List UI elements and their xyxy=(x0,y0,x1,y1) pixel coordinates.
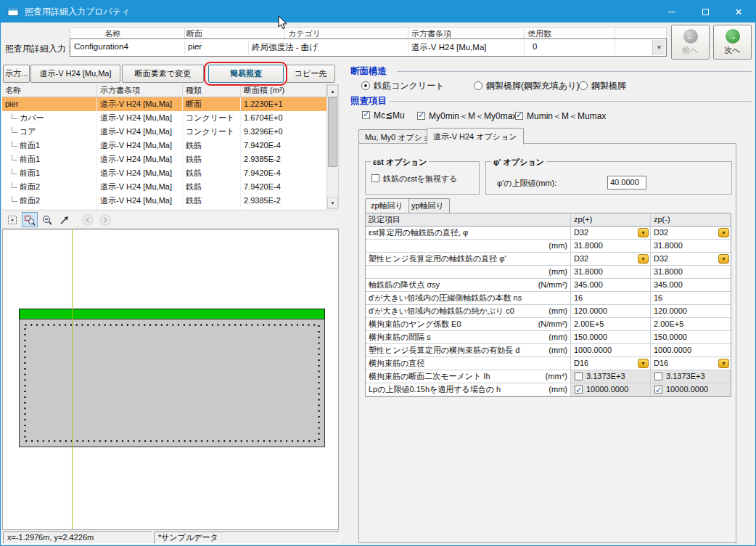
col-clause[interactable]: 示方書条項 xyxy=(97,84,183,97)
check-mc-mu[interactable]: Mc≦Mu xyxy=(361,110,405,121)
button-douji-v-h24[interactable]: 道示-V H24 [Mu,Ma] xyxy=(30,65,120,83)
checkbox-unchecked xyxy=(371,174,379,182)
setting-value-cell[interactable]: 31.8000 xyxy=(571,240,651,253)
setting-value-cell[interactable]: 120.0000 xyxy=(571,305,651,318)
combo-dropdown-button[interactable]: ▼ xyxy=(652,40,665,55)
next-button[interactable]: → 次へ xyxy=(713,25,752,60)
setting-value-cell[interactable]: 150.0000 xyxy=(651,331,731,344)
setting-dropdown-cell[interactable]: D32▼ xyxy=(571,253,651,266)
table-row[interactable]: 前面2道示-V H24 [Mu,Ma]鉄筋7.9420E-4 xyxy=(2,208,326,209)
setting-value-cell[interactable]: 3.1373E+3 xyxy=(651,370,731,383)
check-my0[interactable]: My0min＜M＜My0max xyxy=(416,110,517,123)
measure-tool-button[interactable] xyxy=(57,212,73,227)
select-tool-button[interactable] xyxy=(4,212,20,227)
titlebar[interactable]: 照査用詳細入力プロパティ ✕ xyxy=(1,1,755,23)
button-simple-check[interactable]: 簡易照査 xyxy=(208,65,284,83)
setting-label: Lpの上限値0.15hを適用する場合の h(mm) xyxy=(366,383,571,396)
radio-rc[interactable]: 鉄筋コンクリート xyxy=(361,80,444,92)
table-row[interactable]: 前面2道示-V H24 [Mu,Ma]鉄筋2.9385E-2 xyxy=(2,194,326,208)
table-row[interactable]: コア道示-V H24 [Mu,Ma]コンクリート9.3296E+0 xyxy=(2,125,326,139)
status-coordinates: x=-1.2976m, y=2.4226m xyxy=(3,531,152,544)
col-name[interactable]: 名称 xyxy=(2,84,97,97)
table-row[interactable]: 前面1道示-V H24 [Mu,Ma]鉄筋7.9420E-4 xyxy=(2,166,326,180)
settings-row: 横拘束筋の直径D16▼D16▼ xyxy=(366,357,731,370)
combo-label: 照査用詳細入力 : xyxy=(5,43,71,55)
table-row[interactable]: 前面1道示-V H24 [Mu,Ma]鉄筋7.9420E-4 xyxy=(2,139,326,152)
phi-limit-input[interactable]: 40.0000 xyxy=(607,176,646,190)
setting-dropdown-cell[interactable]: D32▼ xyxy=(651,253,731,266)
table-row[interactable]: カバー道示-V H24 [Mu,Ma]コンクリート1.6704E+0 xyxy=(2,111,326,125)
button-change-by-section-element[interactable]: 断面要素で変更 xyxy=(122,65,204,83)
section-structure-title: 断面構造 xyxy=(350,65,387,78)
setting-value-cell[interactable]: 3.1373E+3 xyxy=(571,370,651,383)
tab-douji-v-h24-options[interactable]: 道示-V H24 オプション xyxy=(427,128,524,144)
configuration-combobox[interactable]: Configuration4 pier 終局強度法 - 曲げ 道示-V H24 … xyxy=(70,38,667,57)
setting-value-cell[interactable]: 31.8000 xyxy=(571,266,651,279)
zoom-out-button[interactable] xyxy=(39,212,55,227)
tab-yp-axis[interactable]: yp軸回り xyxy=(406,198,450,213)
table-row[interactable]: pier道示-V H24 [Mu,Ma]断面1.2230E+1 xyxy=(2,97,326,111)
setting-value-cell[interactable]: 150.0000 xyxy=(571,331,651,344)
prev-button[interactable]: ← 前へ xyxy=(671,25,710,60)
setting-dropdown-cell[interactable]: D32▼ xyxy=(571,227,651,240)
checkbox-checked[interactable] xyxy=(575,386,583,394)
table-row[interactable]: 前面1道示-V H24 [Mu,Ma]鉄筋2.9385E-2 xyxy=(2,152,326,166)
setting-value-cell[interactable]: 16 xyxy=(571,292,651,305)
setting-value-cell[interactable]: 10000.0000 xyxy=(651,383,731,396)
check-ignore-est[interactable]: 鉄筋のεstを無視する xyxy=(371,174,458,184)
dropdown-button[interactable]: ▼ xyxy=(718,359,729,368)
radio-steel[interactable]: 鋼製橋脚 xyxy=(579,80,626,92)
setting-unit: (mm) xyxy=(548,344,567,356)
radio-steel-filled-label: 鋼製橋脚(鋼製充填あり) xyxy=(486,81,580,91)
setting-value-cell[interactable]: 1000.0000 xyxy=(571,344,651,357)
radio-steel-label: 鋼製橋脚 xyxy=(591,81,626,91)
button-shihou[interactable]: 示方... xyxy=(3,65,30,83)
scroll-up-icon[interactable]: ▲ xyxy=(327,85,338,97)
cell-area: 1.2230E+1 xyxy=(241,97,326,111)
setting-dropdown-cell[interactable]: D16▼ xyxy=(651,357,731,370)
tab-zp-axis[interactable]: zp軸回り xyxy=(365,198,409,213)
maximize-button[interactable] xyxy=(689,1,722,23)
setting-value-cell[interactable]: 345.000 xyxy=(571,279,651,292)
setting-value-cell[interactable]: 345.000 xyxy=(651,279,731,292)
dropdown-button[interactable]: ▼ xyxy=(638,228,649,237)
table-row[interactable]: 前面2道示-V H24 [Mu,Ma]鉄筋7.9420E-4 xyxy=(2,180,326,194)
view-forward-button[interactable] xyxy=(97,212,113,227)
zoom-window-button[interactable] xyxy=(22,212,38,227)
view-toolbar xyxy=(2,211,339,229)
setting-dropdown-cell[interactable]: D32▼ xyxy=(651,227,731,240)
dropdown-button[interactable]: ▼ xyxy=(638,359,649,368)
col-area[interactable]: 断面積 (m²) xyxy=(241,84,326,97)
cell-kind: コンクリート xyxy=(183,125,241,139)
radio-steel-filled[interactable]: 鋼製橋脚(鋼製充填あり) xyxy=(474,80,580,92)
view-back-button[interactable] xyxy=(80,212,96,227)
dropdown-button[interactable]: ▼ xyxy=(718,228,729,237)
section-drawing-canvas[interactable] xyxy=(2,229,339,530)
setting-value-cell[interactable]: 31.8000 xyxy=(651,266,731,279)
close-button[interactable]: ✕ xyxy=(722,1,755,23)
button-copy-to[interactable]: コピー先 xyxy=(286,65,335,83)
checkbox-checked[interactable] xyxy=(654,386,662,394)
col-kind[interactable]: 種類 xyxy=(183,84,241,97)
scroll-down-icon[interactable]: ▼ xyxy=(327,197,338,208)
dropdown-button[interactable]: ▼ xyxy=(718,254,729,264)
minimize-button[interactable] xyxy=(655,1,689,23)
dropdown-button[interactable]: ▼ xyxy=(638,254,649,264)
setting-value-cell[interactable]: 10000.0000 xyxy=(571,383,651,396)
setting-value-cell[interactable]: 16 xyxy=(651,292,731,305)
cell-clause: 道示-V H24 [Mu,Ma] xyxy=(97,125,183,139)
window-controls: ✕ xyxy=(655,1,755,23)
checkbox-unchecked[interactable] xyxy=(654,372,662,380)
cross-section-figure xyxy=(3,230,338,529)
setting-value-cell[interactable]: 31.8000 xyxy=(651,240,731,253)
check-mumin[interactable]: Mumin＜M＜Mumax xyxy=(514,110,606,123)
scrollbar-thumb[interactable] xyxy=(328,97,337,167)
setting-value-cell[interactable]: 120.0000 xyxy=(651,305,731,318)
setting-value-cell[interactable]: 1000.0000 xyxy=(651,344,731,357)
setting-dropdown-cell[interactable]: D16▼ xyxy=(571,357,651,370)
setting-value-cell[interactable]: 2.00E+5 xyxy=(651,318,731,331)
table-scrollbar[interactable]: ▲ ▼ xyxy=(326,84,339,209)
checkbox-unchecked[interactable] xyxy=(575,372,583,380)
setting-value-cell[interactable]: 2.00E+5 xyxy=(571,318,651,331)
settings-col-zp-minus: zp(-) xyxy=(651,213,731,227)
